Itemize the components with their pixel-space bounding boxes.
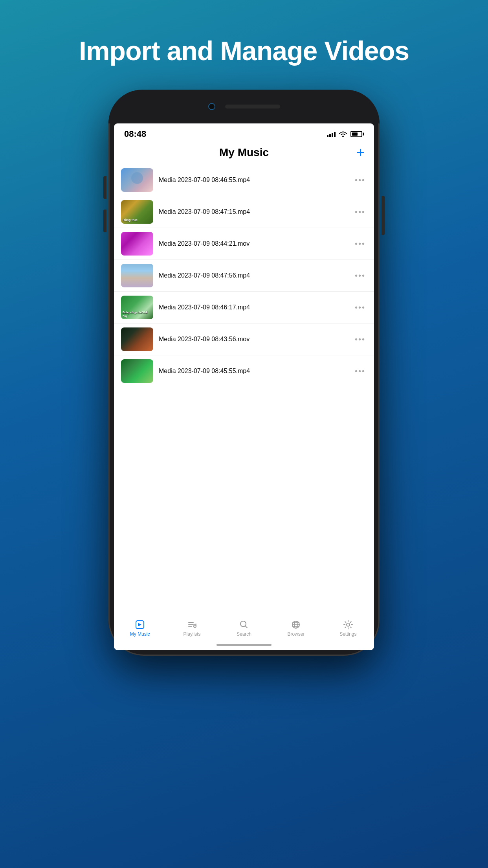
- media-item[interactable]: Rừng trúc Media 2023-07-09 08:47:15.mp4 …: [114, 196, 374, 228]
- media-filename: Media 2023-07-09 08:44:21.mov: [159, 239, 348, 248]
- media-thumbnail: [121, 168, 153, 192]
- media-item[interactable]: Đứng chụp như thế này Media 2023-07-09 0…: [114, 292, 374, 324]
- more-options-button[interactable]: •••: [353, 174, 367, 186]
- more-options-button[interactable]: •••: [353, 270, 367, 282]
- tab-label-playlists: Playlists: [183, 631, 201, 637]
- more-options-button[interactable]: •••: [353, 302, 367, 314]
- media-filename: Media 2023-07-09 08:45:55.mp4: [159, 367, 348, 375]
- phone-frame: 08:48: [108, 90, 380, 656]
- more-options-button[interactable]: •••: [353, 333, 367, 346]
- browser-icon: [290, 619, 301, 630]
- tab-item-search[interactable]: Search: [218, 619, 270, 637]
- media-filename: Media 2023-07-09 08:47:56.mp4: [159, 271, 348, 280]
- tab-item-settings[interactable]: Settings: [322, 619, 374, 637]
- more-options-button[interactable]: •••: [353, 206, 367, 218]
- phone-top-bar: [108, 90, 380, 123]
- media-filename: Media 2023-07-09 08:46:55.mp4: [159, 176, 348, 184]
- tab-label-browser: Browser: [287, 631, 305, 637]
- battery-icon: [350, 131, 364, 137]
- app-header-title: My Music: [219, 146, 269, 159]
- camera-dot: [208, 103, 215, 110]
- tab-bar: My Music Playlists: [114, 615, 374, 639]
- status-icons: [327, 131, 364, 137]
- media-item[interactable]: Media 2023-07-09 08:46:55.mp4 •••: [114, 164, 374, 196]
- add-button[interactable]: +: [356, 145, 365, 160]
- signal-icon: [327, 131, 336, 137]
- media-thumbnail: Đứng chụp như thế này: [121, 296, 153, 319]
- my-music-icon: [134, 619, 145, 630]
- tab-item-my-music[interactable]: My Music: [114, 619, 166, 637]
- media-thumbnail: [121, 264, 153, 287]
- tab-label-settings: Settings: [339, 631, 356, 637]
- phone-screen: 08:48: [114, 123, 374, 650]
- tab-item-playlists[interactable]: Playlists: [166, 619, 218, 637]
- tab-label-search: Search: [237, 631, 251, 637]
- status-bar: 08:48: [114, 123, 374, 142]
- search-icon: [238, 619, 250, 630]
- media-thumbnail: [121, 327, 153, 351]
- media-item[interactable]: Media 2023-07-09 08:44:21.mov •••: [114, 228, 374, 260]
- home-indicator-area: [114, 639, 374, 650]
- media-item[interactable]: Media 2023-07-09 08:47:56.mp4 •••: [114, 260, 374, 292]
- volume-down-button: [103, 210, 106, 232]
- more-options-button[interactable]: •••: [353, 238, 367, 250]
- media-filename: Media 2023-07-09 08:43:56.mov: [159, 335, 348, 344]
- page-background: Import and Manage Videos 08:48: [0, 0, 488, 868]
- tab-label-my-music: My Music: [130, 631, 150, 637]
- app-header: My Music +: [114, 142, 374, 164]
- power-button: [382, 196, 385, 235]
- page-title: Import and Manage Videos: [79, 35, 409, 66]
- media-filename: Media 2023-07-09 08:47:15.mp4: [159, 208, 348, 216]
- playlists-icon: [187, 619, 198, 630]
- svg-point-2: [194, 625, 196, 627]
- tab-item-browser[interactable]: Browser: [270, 619, 322, 637]
- media-item[interactable]: Media 2023-07-09 08:45:55.mp4 •••: [114, 355, 374, 387]
- media-filename: Media 2023-07-09 08:46:17.mp4: [159, 303, 348, 312]
- svg-point-6: [347, 623, 350, 626]
- more-options-button[interactable]: •••: [353, 365, 367, 377]
- status-time: 08:48: [124, 129, 146, 139]
- media-list: Media 2023-07-09 08:46:55.mp4 ••• Rừng t…: [114, 164, 374, 615]
- media-item[interactable]: Media 2023-07-09 08:43:56.mov •••: [114, 324, 374, 355]
- media-thumbnail: [121, 232, 153, 256]
- media-thumbnail: Rừng trúc: [121, 200, 153, 224]
- settings-icon: [343, 619, 354, 630]
- media-thumbnail: [121, 359, 153, 383]
- volume-up-button: [103, 176, 106, 199]
- svg-point-0: [342, 136, 344, 137]
- wifi-icon: [339, 131, 347, 137]
- home-indicator: [216, 644, 272, 646]
- speaker-bar: [225, 105, 280, 108]
